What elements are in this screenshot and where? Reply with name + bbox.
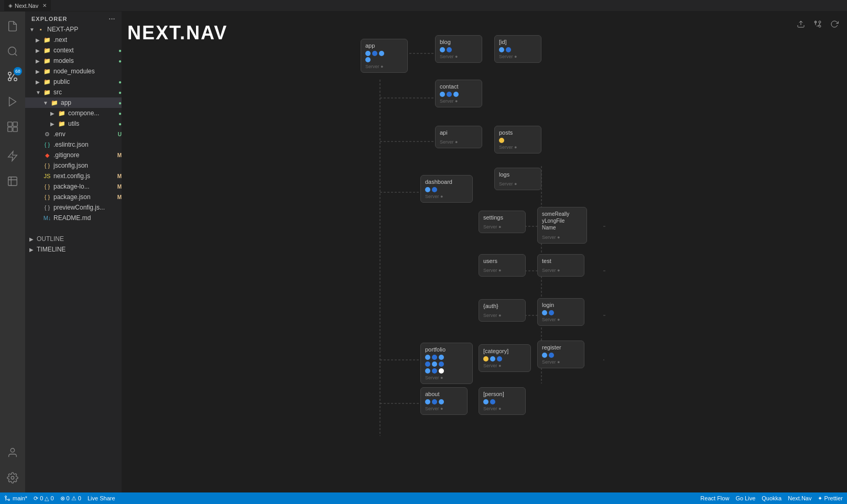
node-test[interactable]: test Server ● [537, 254, 584, 277]
status-prettier[interactable]: ✦ Prettier [818, 495, 843, 502]
dot [365, 57, 371, 62]
node-label: users [483, 258, 521, 264]
dot [425, 399, 430, 404]
sidebar-item-next-app[interactable]: ▼ ▪ NEXT-APP [25, 24, 122, 35]
node-auth[interactable]: {auth} Server ● [479, 299, 526, 322]
node-portfolio[interactable]: portfolio Server ● [420, 343, 473, 384]
sidebar-item-public[interactable]: ▶ 📁 public ● [25, 76, 122, 87]
settings-icon[interactable] [0, 465, 25, 490]
sidebar-item-run[interactable] [0, 89, 25, 114]
node-id-blog[interactable]: [id] Server ● [494, 35, 541, 63]
node-posts[interactable]: posts Server ● [494, 126, 541, 154]
node-sublabel: Server ● [425, 375, 468, 380]
active-tab[interactable]: ◈ Next.Nav ✕ [4, 0, 51, 12]
dot [542, 310, 547, 315]
item-label: .next [53, 36, 122, 43]
node-login[interactable]: login Server ● [537, 298, 584, 326]
sidebar-item-preview-config[interactable]: { } previewConfig.js... [25, 202, 122, 213]
status-live-share[interactable]: Live Share [88, 495, 115, 501]
status-branch[interactable]: main* [4, 495, 27, 501]
status-quokka[interactable]: Quokka [762, 495, 781, 502]
sidebar-item-extensions[interactable] [0, 114, 25, 139]
status-errors[interactable]: ⊗ 0 ⚠ 0 [60, 495, 81, 502]
dot-badge: ● [118, 100, 122, 106]
node-app[interactable]: app Server ● [361, 39, 408, 73]
go-live-label: Go Live [735, 495, 755, 501]
node-dots [440, 47, 477, 52]
node-person[interactable]: [person] Server ● [479, 387, 526, 415]
refresh-button[interactable] [828, 18, 841, 32]
sidebar-item-files[interactable] [0, 14, 25, 39]
app-name-label: Next.Nav [788, 495, 811, 501]
json-file-icon: { } [43, 193, 51, 201]
status-go-live[interactable]: Go Live [735, 495, 755, 502]
status-sync[interactable]: ⟳ 0 △ 0 [34, 495, 53, 502]
share-button[interactable] [795, 18, 807, 32]
status-app-name[interactable]: Next.Nav [788, 495, 811, 502]
sidebar-item-gitignore[interactable]: ◆ .gitignore M [25, 150, 122, 160]
tab-close-button[interactable]: ✕ [42, 3, 47, 8]
dot [447, 92, 452, 97]
modified-badge: M [117, 194, 122, 200]
node-blog[interactable]: blog Server ● [435, 35, 482, 63]
sidebar-item-env[interactable]: ⚙ .env U [25, 129, 122, 139]
node-logs[interactable]: logs Server ● [494, 168, 541, 190]
sidebar-item-eslintrc[interactable]: { } .eslintrc.json [25, 139, 122, 150]
node-sublabel: Server ● [440, 54, 477, 59]
arrow-icon: ▶ [36, 69, 43, 74]
sidebar-item-utils[interactable]: ▶ 📁 utils ● [25, 118, 122, 129]
sidebar-item-dotNext[interactable]: ▶ 📁 .next [25, 35, 122, 45]
sidebar-item-context[interactable]: ▶ 📁 context ● [25, 45, 122, 56]
dot-badge: ● [118, 121, 122, 127]
item-label: node_modules [53, 68, 122, 75]
outline-section[interactable]: ▶ OUTLINE [25, 234, 122, 244]
modified-badge: M [117, 173, 122, 179]
sidebar-item-readme[interactable]: M↓ README.md [25, 213, 122, 223]
sidebar-item-search[interactable] [0, 39, 25, 64]
dot-badge: ● [118, 48, 122, 53]
md-file-icon: M↓ [43, 214, 51, 222]
git-file-icon: ◆ [43, 151, 51, 159]
svg-line-1 [15, 53, 17, 56]
sidebar-item-package-json[interactable]: { } package.json M [25, 192, 122, 202]
node-label: api [440, 129, 477, 136]
node-api[interactable]: api Server ● [435, 126, 482, 148]
node-contact[interactable]: contact Server ● [435, 80, 482, 107]
tree-view-button[interactable] [811, 18, 824, 32]
node-somereally[interactable]: someReallyyLongFileName Server ● [537, 207, 587, 244]
sidebar-item-components[interactable]: ▶ 📁 compone... ● [25, 108, 122, 118]
node-sublabel: Server ● [483, 406, 521, 411]
modified-badge: M [117, 184, 122, 190]
sidebar-item-node-modules[interactable]: ▶ 📁 node_modules [25, 66, 122, 76]
dot [447, 47, 452, 52]
arrow-icon: ▼ [29, 27, 37, 32]
canvas[interactable]: NEXT.NAV [122, 12, 847, 492]
sidebar-item-models[interactable]: ▶ 📁 models ● [25, 56, 122, 66]
node-dots [483, 399, 521, 404]
node-dots [542, 310, 580, 315]
sidebar-item-src[interactable]: ▼ 📁 src ● [25, 87, 122, 97]
sidebar-item-package-lock[interactable]: { } package-lo... M [25, 181, 122, 192]
status-react-flow[interactable]: React Flow [700, 495, 729, 502]
sidebar-menu-button[interactable]: ··· [109, 16, 115, 22]
sidebar-item-source-control[interactable]: 68 [0, 64, 25, 89]
svg-point-10 [10, 448, 14, 452]
node-about[interactable]: about Server ● [420, 387, 468, 415]
modified-badge: M [117, 152, 122, 158]
sidebar-item-jsconfig[interactable]: { } jsconfig.json [25, 160, 122, 171]
node-settings[interactable]: settings Server ● [479, 211, 526, 233]
sidebar-item-testing[interactable] [0, 169, 25, 194]
node-register[interactable]: register Server ● [537, 341, 584, 368]
node-label: [id] [499, 39, 537, 45]
node-dashboard[interactable]: dashboard Server ● [420, 175, 473, 203]
timeline-section[interactable]: ▶ TIMELINE [25, 244, 122, 255]
sidebar-item-app[interactable]: ▼ 📁 app ● [25, 97, 122, 108]
tab-label: Next.Nav [15, 3, 38, 9]
folder-models-icon: 📁 [43, 57, 51, 65]
sidebar-item-remote[interactable] [0, 144, 25, 169]
node-category[interactable]: [category] Server ● [479, 344, 531, 372]
node-users[interactable]: users Server ● [479, 254, 526, 277]
account-icon[interactable] [0, 440, 25, 465]
arrow-icon: ▶ [29, 236, 37, 242]
sidebar-item-next-config[interactable]: JS next.config.js M [25, 171, 122, 181]
